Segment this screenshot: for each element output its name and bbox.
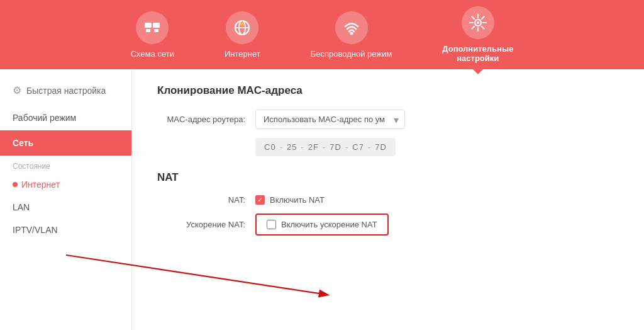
- nat-accel-row: Ускорение NAT: Включить ускорение NAT: [157, 213, 619, 236]
- advanced-icon: [462, 6, 494, 39]
- nav-wireless-label: Беспроводной режим: [311, 49, 392, 59]
- svg-line-15: [472, 17, 474, 20]
- svg-point-10: [477, 21, 479, 24]
- sidebar-internet-label: Интернет: [21, 179, 60, 190]
- sidebar-iptv-label: IPTV/VLAN: [13, 225, 58, 235]
- nav-advanced[interactable]: Дополнительныенастройки: [442, 6, 513, 63]
- mac-byte-1: C0: [264, 142, 276, 152]
- sidebar-work-mode[interactable]: Рабочий режим: [0, 105, 131, 130]
- nat-accel-outlined: Включить ускорение NAT: [255, 213, 389, 236]
- sidebar: ⚙ Быстрая настройка Рабочий режим Сеть С…: [0, 69, 132, 330]
- mac-select-wrapper[interactable]: Использовать MAC-адрес по ум: [255, 110, 405, 129]
- sidebar-internet[interactable]: Интернет: [0, 173, 131, 196]
- sidebar-state-section: Состояние: [0, 156, 131, 173]
- nat-enable-label: Включить NAT: [270, 195, 325, 205]
- sidebar-quick-label: Быстрая настройка: [26, 86, 106, 96]
- sidebar-lan-label: LAN: [13, 202, 30, 212]
- nav-wireless[interactable]: Беспроводной режим: [311, 11, 392, 59]
- sidebar-iptv[interactable]: IPTV/VLAN: [0, 219, 131, 241]
- mac-byte-4: 7D: [330, 142, 341, 152]
- nav-internet-label: Интернет: [225, 49, 260, 59]
- nav-advanced-label: Дополнительныенастройки: [442, 44, 513, 63]
- svg-rect-0: [145, 23, 152, 28]
- svg-rect-3: [154, 29, 158, 32]
- sidebar-state-label: Состояние: [13, 162, 50, 171]
- wireless-icon: [335, 11, 368, 44]
- mac-byte-5: C7: [352, 142, 364, 152]
- svg-rect-2: [153, 23, 160, 28]
- svg-line-18: [472, 26, 474, 29]
- svg-line-17: [482, 17, 484, 20]
- mac-router-row: MAC-адрес роутера: Использовать MAC-адре…: [157, 110, 619, 129]
- schema-icon: [136, 11, 169, 44]
- nat-accel-label: Ускорение NAT:: [157, 220, 245, 229]
- active-dot: [13, 182, 18, 187]
- internet-icon: [226, 11, 258, 44]
- nat-accel-enable-label: Включить ускорение NAT: [281, 220, 377, 229]
- mac-address-display: C0 - 25 - 2F - 7D - C7 - 7D: [255, 138, 396, 156]
- mac-byte-6: 7D: [375, 142, 387, 152]
- svg-line-16: [482, 26, 484, 29]
- mac-byte-3: 2F: [308, 142, 319, 152]
- mac-router-value: Использовать MAC-адрес по ум: [255, 110, 405, 129]
- content-area: Клонирование MAC-адреса MAC-адрес роутер…: [132, 69, 644, 330]
- nat-checkbox-row: ✓ Включить NAT: [255, 195, 325, 205]
- nat-label: NAT:: [157, 195, 245, 205]
- top-nav: Схема сети Интернет: [0, 0, 644, 69]
- nav-schema[interactable]: Схема сети: [131, 11, 174, 59]
- sidebar-network-label: Сеть: [13, 138, 33, 148]
- nat-checkbox[interactable]: ✓: [255, 195, 265, 205]
- mac-byte-2: 25: [287, 142, 297, 152]
- sidebar-quick-setup[interactable]: ⚙ Быстрая настройка: [0, 76, 131, 105]
- mac-select[interactable]: Использовать MAC-адрес по ум: [255, 110, 405, 129]
- svg-rect-1: [146, 29, 150, 32]
- mac-router-label: MAC-адрес роутера:: [157, 115, 245, 124]
- main-layout: ⚙ Быстрая настройка Рабочий режим Сеть С…: [0, 69, 644, 330]
- svg-point-8: [350, 31, 353, 35]
- sidebar-network[interactable]: Сеть: [0, 130, 131, 156]
- nat-title: NAT: [157, 171, 619, 184]
- nat-accel-checkbox[interactable]: [267, 220, 276, 229]
- mac-display-row: C0 - 25 - 2F - 7D - C7 - 7D: [157, 138, 619, 156]
- sidebar-lan[interactable]: LAN: [0, 196, 131, 219]
- nav-internet[interactable]: Интернет: [225, 11, 260, 59]
- sidebar-work-mode-label: Рабочий режим: [13, 113, 76, 123]
- nat-row: NAT: ✓ Включить NAT: [157, 195, 619, 205]
- nav-schema-label: Схема сети: [131, 49, 174, 59]
- gear-icon: ⚙: [13, 84, 21, 96]
- mac-clone-title: Клонирование MAC-адреса: [157, 84, 619, 97]
